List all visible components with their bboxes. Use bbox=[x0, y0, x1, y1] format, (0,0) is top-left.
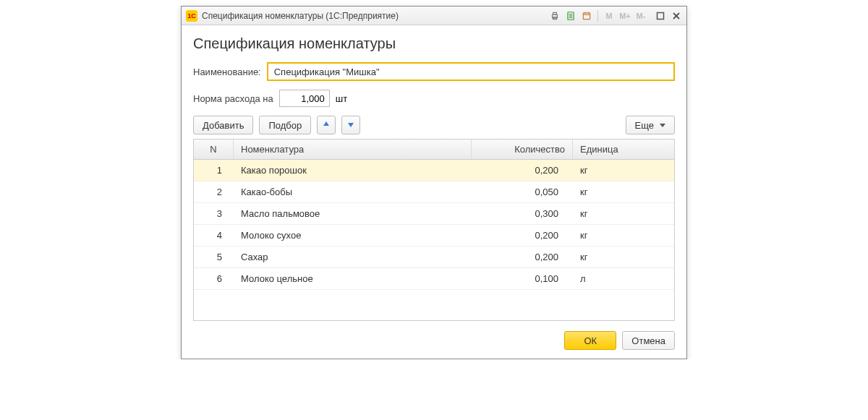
cell-unit: кг bbox=[573, 187, 674, 197]
rate-input[interactable] bbox=[279, 90, 330, 107]
cell-n: 6 bbox=[194, 273, 234, 284]
column-header-unit[interactable]: Единица bbox=[573, 140, 674, 159]
titlebar: 1C Спецификация номенклатуры (1С:Предпри… bbox=[182, 7, 686, 25]
app-logo-icon: 1C bbox=[186, 10, 197, 22]
table-toolbar: Добавить Подбор Еще bbox=[193, 116, 675, 134]
maximize-button[interactable] bbox=[653, 9, 668, 22]
cell-n: 4 bbox=[194, 230, 234, 241]
cell-n: 3 bbox=[194, 208, 234, 219]
app-window: 1C Спецификация номенклатуры (1С:Предпри… bbox=[181, 6, 687, 359]
ok-button[interactable]: ОК bbox=[564, 331, 616, 350]
ingredients-table: N Номенклатура Количество Единица 1Какао… bbox=[193, 139, 675, 321]
cell-unit: кг bbox=[573, 165, 674, 176]
cell-name: Какао-бобы bbox=[234, 187, 472, 197]
svg-rect-1 bbox=[553, 12, 557, 14]
svg-rect-11 bbox=[658, 12, 664, 19]
pick-button[interactable]: Подбор bbox=[259, 116, 311, 134]
calculator-icon[interactable] bbox=[564, 9, 577, 22]
cell-qty: 0,300 bbox=[472, 208, 573, 219]
rate-label: Норма расхода на bbox=[193, 93, 273, 104]
table-body: 1Какао порошок0,200кг2Какао-бобы0,050кг3… bbox=[194, 160, 674, 290]
name-input[interactable] bbox=[267, 62, 675, 81]
table-header: N Номенклатура Количество Единица bbox=[194, 140, 674, 160]
table-row[interactable]: 2Какао-бобы0,050кг bbox=[194, 181, 674, 203]
cell-name: Молоко сухое bbox=[234, 230, 472, 241]
cell-unit: кг bbox=[573, 252, 674, 262]
memory-mplus-button[interactable]: M+ bbox=[618, 9, 631, 22]
table-row[interactable]: 6Молоко цельное0,100л bbox=[194, 268, 674, 290]
titlebar-tools: M M+ M- bbox=[548, 9, 647, 22]
svg-rect-7 bbox=[583, 12, 590, 19]
close-button[interactable] bbox=[669, 9, 684, 22]
cancel-button[interactable]: Отмена bbox=[622, 331, 675, 350]
arrow-up-icon bbox=[322, 120, 331, 131]
column-header-n[interactable]: N bbox=[194, 140, 234, 159]
table-empty-area[interactable] bbox=[194, 290, 674, 320]
calendar-icon[interactable] bbox=[580, 9, 593, 22]
add-button[interactable]: Добавить bbox=[193, 116, 253, 134]
cell-unit: л bbox=[573, 273, 674, 284]
chevron-down-icon bbox=[660, 124, 665, 127]
cell-qty: 0,100 bbox=[472, 273, 573, 284]
cell-n: 1 bbox=[194, 165, 234, 176]
cell-qty: 0,050 bbox=[472, 187, 573, 197]
cell-unit: кг bbox=[573, 230, 674, 241]
table-row[interactable]: 5Сахар0,200кг bbox=[194, 247, 674, 268]
more-label: Еще bbox=[635, 120, 654, 131]
print-icon[interactable] bbox=[548, 9, 561, 22]
cell-name: Какао порошок bbox=[234, 165, 472, 176]
cell-n: 5 bbox=[194, 252, 234, 262]
table-row[interactable]: 1Какао порошок0,200кг bbox=[194, 160, 674, 181]
content-area: Спецификация номенклатуры Наименование: … bbox=[182, 25, 686, 359]
column-header-name[interactable]: Номенклатура bbox=[234, 140, 472, 159]
more-button[interactable]: Еще bbox=[626, 116, 675, 134]
window-title: Спецификация номенклатуры (1С:Предприяти… bbox=[202, 11, 399, 21]
column-header-qty[interactable]: Количество bbox=[472, 140, 573, 159]
rate-unit-label: шт bbox=[336, 93, 347, 104]
table-row[interactable]: 3Масло пальмовое0,300кг bbox=[194, 203, 674, 225]
cell-unit: кг bbox=[573, 208, 674, 219]
name-field-row: Наименование: bbox=[193, 62, 675, 81]
cell-name: Масло пальмовое bbox=[234, 208, 472, 219]
rate-field-row: Норма расхода на шт bbox=[193, 90, 675, 107]
cell-n: 2 bbox=[194, 187, 234, 197]
memory-m-button[interactable]: M bbox=[603, 9, 616, 22]
memory-mminus-button[interactable]: M- bbox=[634, 9, 647, 22]
name-label: Наименование: bbox=[193, 67, 261, 77]
cell-name: Сахар bbox=[234, 252, 472, 262]
cell-qty: 0,200 bbox=[472, 230, 573, 241]
dialog-footer: ОК Отмена bbox=[193, 331, 675, 350]
arrow-down-icon bbox=[346, 120, 355, 131]
cell-qty: 0,200 bbox=[472, 252, 573, 262]
page-title: Спецификация номенклатуры bbox=[193, 35, 675, 52]
cell-qty: 0,200 bbox=[472, 165, 573, 176]
move-down-button[interactable] bbox=[341, 116, 360, 134]
table-row[interactable]: 4Молоко сухое0,200кг bbox=[194, 225, 674, 247]
cell-name: Молоко цельное bbox=[234, 273, 472, 284]
move-up-button[interactable] bbox=[317, 116, 336, 134]
